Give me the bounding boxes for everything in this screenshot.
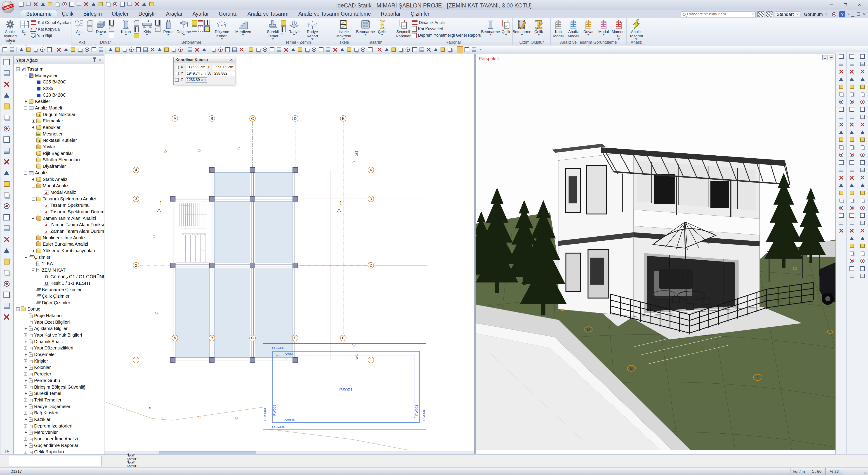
arrow-report-icon[interactable]	[859, 197, 866, 204]
separator[interactable]	[53, 47, 55, 53]
sheet-pile-icon[interactable]	[848, 228, 855, 234]
zoom-realtime-icon[interactable]	[2, 47, 8, 53]
expander-icon[interactable]	[24, 74, 27, 77]
layer-settings-icon[interactable]	[76, 1, 82, 7]
separator[interactable]	[16, 47, 18, 53]
endpoint-snap-icon[interactable]	[126, 1, 133, 7]
region-draw-icon[interactable]	[838, 121, 844, 128]
expander-icon[interactable]	[24, 398, 27, 402]
tree-item[interactable]: Çelik Çizimleri	[13, 293, 104, 299]
separator[interactable]	[245, 47, 247, 53]
surekli-temel-button[interactable]: Sürekli Temel	[266, 19, 280, 40]
tool-icon[interactable]	[859, 258, 866, 264]
run-analysis-icon[interactable]	[148, 1, 155, 7]
storey-copy-icon[interactable]	[2, 146, 11, 155]
plan-canvas[interactable]: G1 G1	[104, 54, 474, 450]
expander-icon[interactable]	[32, 217, 35, 220]
app-logo[interactable]: ideCAD	[2, 1, 14, 13]
status-unit[interactable]: kgf / m	[790, 468, 808, 475]
beam-report-icon[interactable]	[859, 129, 866, 135]
tree-item[interactable]: Merdivenler	[13, 429, 104, 436]
tree-item[interactable]: Kolonlar	[13, 364, 104, 371]
tree-item[interactable]: Mesnetler	[13, 131, 104, 137]
resize-grip[interactable]	[843, 468, 868, 475]
expander-icon[interactable]	[24, 372, 27, 376]
expander-icon[interactable]	[24, 346, 27, 350]
annotate-icon[interactable]	[32, 47, 39, 53]
beam-corner-icon[interactable]	[155, 20, 160, 26]
tree-item-analiz[interactable]: Analiz	[13, 170, 104, 176]
tree-item-s235[interactable]: S235	[13, 85, 104, 92]
duvar-button[interactable]: Duvar	[94, 19, 108, 35]
kat-kuvvetleri-button[interactable]: Kat Kuvvetleri	[412, 26, 481, 32]
edit-objects-icon[interactable]	[2, 91, 11, 100]
pane-restore-icon[interactable]	[822, 55, 828, 60]
expander-icon[interactable]	[39, 191, 43, 194]
corner-mode-icon[interactable]	[404, 47, 411, 53]
text-icon[interactable]	[217, 47, 224, 53]
object-edit-icon[interactable]	[128, 47, 135, 53]
anchor-icon[interactable]	[848, 243, 855, 249]
intersection-snap-icon[interactable]	[119, 1, 126, 7]
dome-mode-icon[interactable]	[391, 47, 397, 53]
mdi-close-icon[interactable]: ✕	[863, 12, 866, 17]
trim-icon[interactable]	[18, 47, 25, 53]
l-input[interactable]: 2590.09 cm	[213, 65, 235, 70]
dinamik-analiz-raporu-button[interactable]: Dinamik Analiz	[412, 20, 481, 26]
ribbon-tab[interactable]: Çelik	[57, 10, 79, 18]
deck-icon[interactable]	[848, 174, 855, 181]
node-edit-icon[interactable]	[2, 102, 11, 111]
secmeli-raporlar-button[interactable]: Seçmeli Raporlar	[395, 19, 412, 38]
stair-side-icon[interactable]	[848, 68, 855, 75]
pin-mode-icon[interactable]	[397, 47, 404, 53]
expander-icon[interactable]	[32, 152, 35, 155]
turn-icon[interactable]	[332, 47, 338, 53]
tree-item[interactable]: Proje Hataları	[13, 313, 104, 319]
doseme-kenari-button[interactable]: Döşeme Kenarı	[212, 19, 232, 40]
expander-icon[interactable]	[24, 437, 27, 441]
expander-icon[interactable]	[24, 333, 27, 337]
expander-icon[interactable]	[24, 411, 27, 415]
table-fill-icon[interactable]	[838, 106, 844, 113]
redo-icon[interactable]	[61, 1, 68, 7]
tree-item[interactable]: Yapı Düzensizlikleri	[13, 345, 104, 352]
plan-view-pane[interactable]: G1 G1	[104, 54, 474, 454]
mat-icon[interactable]	[848, 265, 855, 272]
slab-display-icon[interactable]	[464, 47, 470, 53]
wall-corner-icon[interactable]	[109, 20, 114, 26]
tee-report-icon[interactable]	[859, 182, 866, 188]
push-report-icon[interactable]	[859, 205, 866, 211]
expander-icon[interactable]	[24, 392, 27, 395]
column-draw-icon[interactable]	[838, 76, 844, 82]
expander-icon[interactable]	[24, 327, 27, 330]
tree-item[interactable]: Görünüş G1 / G1 GÖRÜNÜŞÜ	[13, 273, 104, 280]
dialog-close-icon[interactable]: ×	[230, 57, 233, 62]
mesh-draw-icon[interactable]	[838, 174, 844, 181]
new-file-icon[interactable]	[25, 1, 32, 7]
ribbon-tab[interactable]: Birleşim	[79, 10, 107, 18]
group-icon[interactable]	[2, 190, 11, 200]
barn-report-icon[interactable]	[859, 137, 866, 143]
zoom-window-icon[interactable]	[8, 47, 15, 53]
z-lock-checkbox[interactable]	[175, 78, 179, 82]
grid-table-icon[interactable]	[471, 47, 477, 53]
analiz-modeli-button[interactable]: Analiz Modeli	[566, 19, 581, 38]
node-path-icon[interactable]	[262, 47, 268, 53]
pad-footing-icon[interactable]	[281, 20, 286, 26]
help-icon[interactable]: ?	[839, 11, 845, 18]
tree-item[interactable]: Çelik Raporları	[13, 449, 104, 454]
tree-item[interactable]: Kabuklar	[13, 124, 104, 131]
tree-item[interactable]: Diğer Çizimler	[13, 299, 104, 306]
ribbon-tab[interactable]: Betonarme	[21, 10, 57, 18]
tree-item[interactable]: Yapı Kat ve Yük Bilgileri	[13, 332, 104, 338]
maximize-button[interactable]	[838, 0, 852, 9]
grid-snap-icon[interactable]	[112, 1, 119, 7]
rapor-betonarme-button[interactable]: Betonarme	[482, 19, 499, 35]
beam-mode-icon[interactable]	[383, 47, 390, 53]
expander-icon[interactable]	[32, 87, 35, 90]
chart-report-icon[interactable]	[859, 220, 866, 226]
tree-item[interactable]: Statik Analiz	[13, 176, 104, 183]
report-copy-icon[interactable]	[859, 53, 866, 59]
poly-column-icon[interactable]	[134, 27, 139, 32]
find-icon[interactable]	[2, 290, 11, 299]
